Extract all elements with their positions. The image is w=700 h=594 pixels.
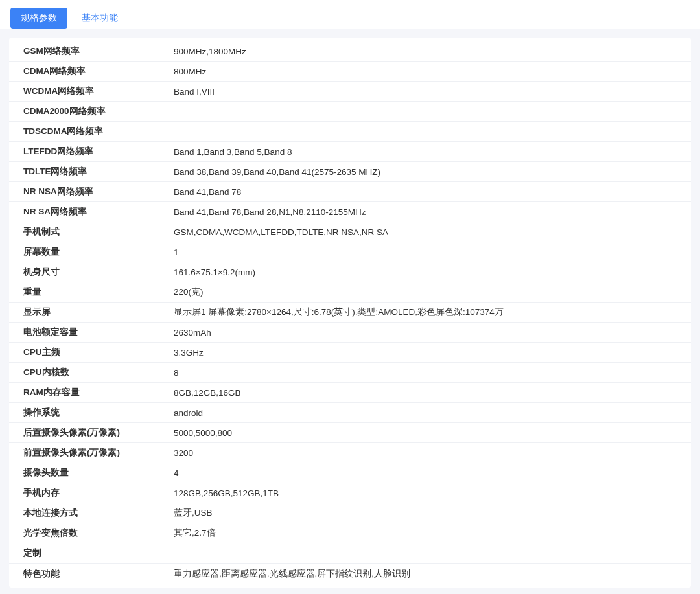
spec-row: 特色功能重力感应器,距离感应器,光线感应器,屏下指纹识别,人脸识别 [9, 564, 691, 584]
spec-value: 1 [174, 247, 677, 257]
spec-row: 摄像头数量4 [9, 463, 691, 483]
spec-value: Band 1,Band 3,Band 5,Band 8 [174, 147, 677, 157]
spec-row: RAM内存容量8GB,12GB,16GB [9, 383, 691, 403]
spec-value: Band 41,Band 78 [174, 187, 677, 197]
spec-value: Band 38,Band 39,Band 40,Band 41(2575-263… [174, 167, 677, 177]
spec-label: NR NSA网络频率 [23, 186, 174, 198]
spec-label: 屏幕数量 [23, 246, 174, 258]
spec-row: WCDMA网络频率Band I,VIII [9, 82, 691, 102]
tab-basic-features[interactable]: 基本功能 [71, 8, 128, 29]
spec-value: 900MHz,1800MHz [174, 47, 677, 56]
spec-label: 电池额定容量 [23, 326, 174, 338]
spec-label: 光学变焦倍数 [23, 527, 174, 539]
spec-row: 手机内存128GB,256GB,512GB,1TB [9, 483, 691, 503]
spec-label: CPU主频 [23, 347, 174, 358]
spec-value: 3200 [174, 448, 677, 458]
spec-row: 本地连接方式蓝牙,USB [9, 503, 691, 523]
spec-value: 其它,2.7倍 [174, 527, 677, 539]
spec-value: 2630mAh [174, 328, 677, 337]
spec-row: GSM网络频率900MHz,1800MHz [9, 41, 691, 62]
spec-row: 手机制式GSM,CDMA,WCDMA,LTEFDD,TDLTE,NR NSA,N… [9, 222, 691, 242]
spec-label: NR SA网络频率 [23, 206, 174, 218]
spec-value: 8 [174, 368, 677, 378]
spec-label: LTEFDD网络频率 [23, 146, 174, 157]
spec-value: 4 [174, 468, 677, 478]
spec-value: 161.6×75.1×9.2(mm) [174, 268, 677, 277]
spec-value: 重力感应器,距离感应器,光线感应器,屏下指纹识别,人脸识别 [174, 568, 677, 580]
spec-value: Band I,VIII [174, 87, 677, 97]
spec-label: 后置摄像头像素(万像素) [23, 427, 174, 439]
spec-value: 显示屏1 屏幕像素:2780×1264,尺寸:6.78(英寸),类型:AMOLE… [174, 306, 677, 318]
spec-value: 220(克) [174, 286, 677, 298]
tab-specs[interactable]: 规格参数 [10, 8, 67, 29]
spec-label: GSM网络频率 [23, 45, 174, 57]
spec-row: 后置摄像头像素(万像素)5000,5000,800 [9, 423, 691, 443]
tab-bar: 规格参数 基本功能 [0, 0, 700, 29]
spec-row: CDMA网络频率800MHz [9, 62, 691, 82]
spec-label: TDLTE网络频率 [23, 166, 174, 177]
spec-label: CDMA网络频率 [23, 65, 174, 77]
spec-label: 机身尺寸 [23, 266, 174, 278]
spec-row: NR NSA网络频率Band 41,Band 78 [9, 182, 691, 202]
spec-value: 3.3GHz [174, 348, 677, 358]
spec-value: 8GB,12GB,16GB [174, 388, 677, 398]
spec-row: 光学变焦倍数其它,2.7倍 [9, 523, 691, 543]
spec-table: GSM网络频率900MHz,1800MHzCDMA网络频率800MHzWCDMA… [9, 38, 691, 588]
spec-label: 定制 [23, 547, 174, 559]
spec-label: 前置摄像头像素(万像素) [23, 447, 174, 459]
spec-label: TDSCDMA网络频率 [23, 126, 174, 137]
spec-value: 128GB,256GB,512GB,1TB [174, 488, 677, 498]
spec-label: CDMA2000网络频率 [23, 106, 174, 117]
spec-row: TDLTE网络频率Band 38,Band 39,Band 40,Band 41… [9, 162, 691, 182]
spec-label: 本地连接方式 [23, 507, 174, 519]
spec-row: NR SA网络频率Band 41,Band 78,Band 28,N1,N8,2… [9, 202, 691, 222]
spec-label: RAM内存容量 [23, 387, 174, 398]
spec-row: 屏幕数量1 [9, 242, 691, 262]
spec-row: 前置摄像头像素(万像素)3200 [9, 443, 691, 463]
spec-value: GSM,CDMA,WCDMA,LTEFDD,TDLTE,NR NSA,NR SA [174, 227, 677, 237]
spec-label: 操作系统 [23, 407, 174, 418]
spec-row: CPU内核数8 [9, 363, 691, 383]
spec-row: 显示屏显示屏1 屏幕像素:2780×1264,尺寸:6.78(英寸),类型:AM… [9, 303, 691, 323]
spec-row: 操作系统android [9, 403, 691, 423]
spec-row: LTEFDD网络频率Band 1,Band 3,Band 5,Band 8 [9, 142, 691, 162]
spec-row: TDSCDMA网络频率 [9, 122, 691, 142]
spec-row: 电池额定容量2630mAh [9, 323, 691, 343]
spec-label: 特色功能 [23, 568, 174, 580]
spec-value: 800MHz [174, 67, 677, 76]
spec-row: 定制 [9, 543, 691, 564]
spec-label: 摄像头数量 [23, 467, 174, 479]
spec-label: 重量 [23, 286, 174, 298]
spec-label: 手机内存 [23, 487, 174, 499]
spec-value: Band 41,Band 78,Band 28,N1,N8,2110-2155M… [174, 207, 677, 217]
spec-value: android [174, 408, 677, 418]
spec-row: CPU主频3.3GHz [9, 343, 691, 363]
spec-value: 5000,5000,800 [174, 428, 677, 438]
spec-row: 重量220(克) [9, 282, 691, 303]
spec-label: 手机制式 [23, 226, 174, 238]
spec-label: 显示屏 [23, 306, 174, 318]
spec-row: CDMA2000网络频率 [9, 102, 691, 122]
spec-value: 蓝牙,USB [174, 507, 677, 519]
spec-row: 机身尺寸161.6×75.1×9.2(mm) [9, 262, 691, 282]
spec-label: CPU内核数 [23, 367, 174, 378]
spec-label: WCDMA网络频率 [23, 86, 174, 97]
